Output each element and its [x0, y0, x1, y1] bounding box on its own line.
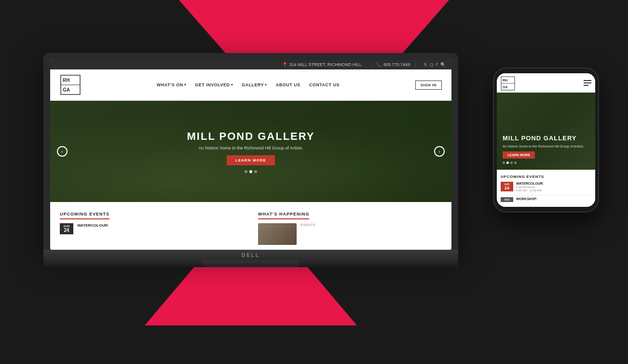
event-title: WATERCOLOUR: [77, 223, 109, 228]
svg-text:GA: GA [63, 87, 70, 93]
whats-happening-title: WHAT'S HAPPENING [258, 212, 309, 219]
phone-divider [501, 195, 591, 195]
menu-line-2 [584, 82, 591, 83]
upcoming-events-title: UPCOMING EVENTS [60, 212, 109, 219]
svg-text:RH: RH [503, 79, 507, 82]
search-icon[interactable]: 🔍 [440, 62, 446, 67]
topbar-divider2: | [415, 62, 416, 67]
phone-hero-dots [503, 162, 589, 164]
sign-in-button[interactable]: SIGN IN [415, 81, 442, 90]
phone-hero-section: MILL POND GALLERY An historic home to th… [497, 93, 595, 170]
phone-screen: RH GA MILL POND GALLERY An historic home… [497, 73, 595, 207]
nav-get-involved[interactable]: GET INVOLVED [195, 82, 233, 87]
event-day: 24 [62, 228, 71, 233]
menu-line-1 [584, 80, 591, 81]
phone-event-1: AUG 24 WATERCOLOUR: Fred Bookman 9:30 AM… [501, 182, 591, 192]
location-icon: 📍 [282, 62, 287, 67]
address-group: 📍 314 MILL STREET, RICHMOND HILL [282, 62, 362, 67]
phone-logo[interactable]: RH GA [501, 76, 514, 90]
hero-subtitle: An historic home to the Richmond Hill Gr… [198, 146, 303, 150]
site-topbar: 📍 314 MILL STREET, RICHMOND HILL | 📞 905… [50, 60, 451, 69]
phone-event-subtitle-1: Fred Bookman [516, 186, 535, 189]
phone-dot-1[interactable] [503, 162, 505, 164]
laptop-screen: 📍 314 MILL STREET, RICHMOND HILL | 📞 905… [50, 60, 451, 250]
laptop-brand-label: DELL [242, 253, 260, 258]
events-tag: EVENTS [300, 223, 315, 227]
hero-dot-1[interactable] [245, 170, 247, 173]
social-icons: 𝕏 ◻ f 🔍 [423, 62, 446, 67]
phone-hero-cta-button[interactable]: LEARN MORE [503, 151, 535, 159]
phone-dot-4[interactable] [514, 162, 517, 164]
hamburger-menu-button[interactable] [584, 80, 591, 86]
instagram-icon[interactable]: ◻ [430, 62, 433, 67]
phone-hero-subtitle: An historic home to the Richmond Hill Gr… [503, 144, 589, 148]
nav-about-us[interactable]: ABOUT US [276, 82, 300, 87]
twitter-icon[interactable]: 𝕏 [423, 62, 427, 67]
svg-text:GA: GA [503, 85, 508, 89]
laptop-base: DELL [43, 250, 458, 260]
phone-event-info-1: WATERCOLOUR: Fred Bookman 9:30 AM - 12:0… [516, 182, 544, 192]
site-navigation: RH GA WHAT'S ON GET INVOLVED GALLERY ABO… [50, 69, 451, 101]
whats-happening-image [258, 223, 297, 245]
hero-dot-3[interactable] [254, 170, 257, 173]
phone-dot-2[interactable] [506, 162, 509, 164]
nav-links: WHAT'S ON GET INVOLVED GALLERY ABOUT US … [157, 82, 340, 87]
menu-line-3 [584, 85, 588, 86]
event-date-badge: AUG 24 [60, 223, 73, 234]
laptop-device: 📍 314 MILL STREET, RICHMOND HILL | 📞 905… [43, 53, 458, 267]
phone-event-title-2: WORKSHOP: [516, 197, 537, 201]
hero-cta-button[interactable]: LEARN MORE [227, 155, 275, 165]
event-item: AUG 24 WATERCOLOUR: [60, 223, 244, 234]
phone-event-info-2: WORKSHOP: [516, 197, 537, 201]
nav-contact-us[interactable]: CONTACT US [309, 82, 340, 87]
site-logo[interactable]: RH GA [60, 74, 81, 95]
hero-overlay [50, 101, 451, 202]
hero-prev-button[interactable]: ‹ [57, 146, 68, 157]
nav-gallery[interactable]: GALLERY [242, 82, 267, 87]
phone-event-2: AUG WORKSHOP: [501, 197, 591, 202]
phone-group: 📞 905.770.7449 [376, 62, 410, 67]
hero-next-button[interactable]: › [434, 146, 445, 157]
phone-text: 905.770.7449 [383, 62, 410, 67]
phone-frame: RH GA MILL POND GALLERY An historic home… [493, 67, 599, 213]
phone-navigation: RH GA [497, 73, 595, 93]
phone-events-title: UPCOMING EVENTS [501, 175, 591, 179]
laptop-foot [203, 260, 299, 267]
phone-device: RH GA MILL POND GALLERY An historic home… [493, 67, 599, 213]
hero-section: ‹ MILL POND GALLERY An historic home to … [50, 101, 451, 202]
phone-dot-3[interactable] [510, 162, 513, 164]
svg-text:RH: RH [63, 78, 69, 83]
topbar-divider: | [370, 62, 371, 67]
phone-event-day-1: 24 [503, 186, 511, 190]
phone-bottom-section: UPCOMING EVENTS AUG 24 WATERCOLOUR: Fred… [497, 170, 595, 207]
phone-event-time-1: 9:30 AM - 12:00 PM [516, 189, 542, 192]
laptop-frame: 📍 314 MILL STREET, RICHMOND HILL | 📞 905… [43, 53, 458, 250]
phone-hero-title: MILL POND GALLERY [503, 135, 589, 142]
phone-event-title-1: WATERCOLOUR: [516, 182, 544, 185]
laptop-stand [43, 260, 458, 267]
phone-event-badge-2: AUG [501, 197, 513, 202]
facebook-icon[interactable]: f [436, 62, 437, 67]
phone-icon: 📞 [376, 62, 382, 67]
whats-happening-col: WHAT'S HAPPENING EVENTS [258, 209, 442, 245]
hero-title: MILL POND GALLERY [187, 130, 315, 143]
phone-event-badge-1: AUG 24 [501, 182, 513, 191]
upcoming-events-col: UPCOMING EVENTS AUG 24 WATERCOLOUR: [60, 209, 244, 245]
address-text: 314 MILL STREET, RICHMOND HILL [289, 62, 362, 67]
hero-dots [245, 170, 257, 173]
hero-dot-2[interactable] [249, 170, 252, 173]
site-bottom-section: UPCOMING EVENTS AUG 24 WATERCOLOUR: WHAT… [50, 202, 451, 250]
phone-event-month-2: AUG [503, 198, 511, 201]
nav-whats-on[interactable]: WHAT'S ON [157, 82, 186, 87]
